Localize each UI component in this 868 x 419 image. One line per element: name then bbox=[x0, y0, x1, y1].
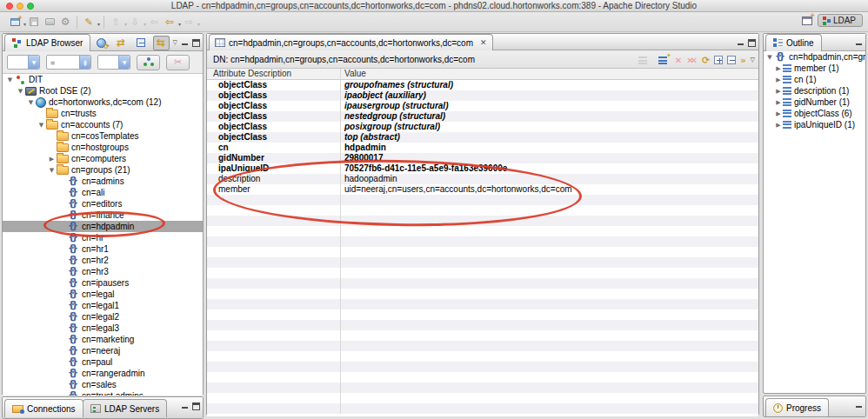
table-row[interactable]: ipaUniqueID70527fb6-d41c-11e5-a5e9-fa163… bbox=[207, 163, 758, 174]
minimize-window-button[interactable] bbox=[17, 3, 23, 10]
expanded-arrow-icon[interactable]: ▼ bbox=[5, 76, 15, 83]
collapsed-arrow-icon[interactable]: ▶ bbox=[774, 88, 783, 95]
column-divider[interactable] bbox=[340, 69, 341, 414]
collapsed-arrow-icon[interactable]: ▶ bbox=[774, 122, 783, 129]
delete-all-values-icon[interactable]: ✕✕ bbox=[686, 56, 698, 65]
tree-item-cn-ali[interactable]: cn=ali bbox=[3, 187, 203, 198]
tree-item-dc-hortonworks[interactable]: ▼dc=hortonworks,dc=com (12) bbox=[3, 96, 203, 108]
quick-search-button[interactable]: ✂ bbox=[166, 55, 190, 70]
hierarchy-view-button[interactable] bbox=[137, 55, 160, 70]
expanded-arrow-icon[interactable]: ▼ bbox=[765, 54, 774, 61]
outline-item-cn[interactable]: ▶cn (1) bbox=[764, 74, 865, 85]
table-row[interactable]: gidNumber29800017 bbox=[207, 153, 758, 163]
export-button[interactable]: ⇩ bbox=[128, 14, 142, 30]
table-row[interactable]: objectClassipaobject (auxiliary) bbox=[207, 90, 758, 101]
refresh-button[interactable]: ⇄ bbox=[113, 36, 130, 50]
back-dropdown-icon[interactable]: ▾ bbox=[178, 21, 181, 27]
collapsed-arrow-icon[interactable]: ▶ bbox=[47, 156, 57, 163]
rename-button[interactable]: ✎ bbox=[82, 14, 96, 30]
view-menu-icon[interactable]: ▽ bbox=[173, 39, 177, 46]
table-row[interactable]: objectClassnestedgroup (structural) bbox=[207, 111, 758, 122]
editor-menu-icon[interactable]: ▽ bbox=[751, 57, 755, 63]
tab-ldap-servers[interactable]: LDAP Servers bbox=[83, 399, 167, 417]
tab-progress[interactable]: Progress bbox=[765, 398, 829, 416]
table-row[interactable]: objectClassipausergroup (structural) bbox=[207, 101, 758, 111]
tree-item-cn-hostgroups[interactable]: cn=hostgroups bbox=[3, 142, 203, 153]
tree-item-cn-hr2[interactable]: cn=hr2 bbox=[3, 255, 203, 266]
close-icon[interactable]: ✕ bbox=[480, 38, 487, 47]
tree-item-cn-marketing[interactable]: cn=marketing bbox=[3, 334, 203, 345]
expanded-arrow-icon[interactable]: ▼ bbox=[37, 122, 46, 129]
tree-item-cn-legal3[interactable]: cn=legal3 bbox=[3, 323, 203, 334]
tree-item-cn-accounts[interactable]: ▼cn=accounts (7) bbox=[3, 119, 203, 130]
column-attribute-description[interactable]: Attribute Description bbox=[207, 69, 340, 79]
new-entry-button[interactable] bbox=[8, 14, 22, 30]
fetch-operational-attributes-icon[interactable]: » bbox=[740, 56, 745, 65]
rename-dropdown-icon[interactable]: ▾ bbox=[97, 21, 100, 27]
reload-entry-icon[interactable]: ⟳ bbox=[702, 55, 710, 66]
tree-item-cn-legal[interactable]: cn=legal bbox=[3, 289, 203, 300]
tab-entry-editor[interactable]: cn=hdpadmin,cn=groups,cn=accounts,dc=hor… bbox=[209, 34, 493, 50]
open-perspective-icon[interactable] bbox=[802, 17, 812, 25]
collapsed-arrow-icon[interactable]: ▶ bbox=[774, 99, 783, 106]
import-button[interactable]: ⇧ bbox=[109, 14, 123, 30]
minimize-view-icon[interactable] bbox=[181, 402, 189, 410]
collapse-all-button[interactable] bbox=[133, 36, 150, 50]
tree-item-cn-finance[interactable]: cn=finance bbox=[3, 210, 203, 221]
minimize-view-icon[interactable] bbox=[181, 39, 189, 47]
table-row[interactable]: objectClassposixgroup (structural) bbox=[207, 122, 758, 132]
collapsed-arrow-icon[interactable]: ▶ bbox=[774, 65, 783, 72]
collapse-all-icon[interactable] bbox=[727, 56, 736, 64]
settings-button[interactable]: ⚙ bbox=[58, 14, 72, 30]
collapsed-arrow-icon[interactable]: ▶ bbox=[774, 76, 783, 83]
tree-item-cn-ipausers[interactable]: cn=ipausers bbox=[3, 277, 203, 289]
tab-outline[interactable]: Outline bbox=[765, 34, 822, 51]
tree-item-cn-sales[interactable]: cn=sales bbox=[3, 379, 203, 390]
maximize-view-icon[interactable] bbox=[192, 402, 200, 410]
tree-item-cn-hr1[interactable]: cn=hr1 bbox=[3, 243, 203, 255]
delete-value-icon[interactable]: ✕ bbox=[675, 56, 682, 65]
tree-item-cn-hr[interactable]: cn=hr bbox=[3, 232, 203, 243]
tree-item-cn-rangeradmin[interactable]: cn=rangeradmin bbox=[3, 368, 203, 379]
outline-item-ipauniqueid[interactable]: ▶ipaUniqueID (1) bbox=[764, 119, 865, 130]
filter-value-combo[interactable]: ▼ bbox=[97, 55, 130, 70]
tree-item-cn-legal2[interactable]: cn=legal2 bbox=[3, 311, 203, 323]
minimize-view-icon[interactable] bbox=[855, 402, 863, 409]
save-button[interactable] bbox=[27, 14, 41, 30]
outline-item-objectclass[interactable]: ▶objectClass (6) bbox=[764, 108, 865, 119]
table-row[interactable]: descriptionhadoopadmin bbox=[207, 174, 758, 184]
filter-operator-combo[interactable]: = ▲▼ bbox=[46, 55, 91, 70]
filter-attribute-combo[interactable]: ▼ bbox=[7, 55, 40, 70]
close-window-button[interactable] bbox=[6, 3, 13, 10]
tree-item-cn-computers[interactable]: ▶cn=computers bbox=[3, 153, 203, 164]
zoom-window-button[interactable] bbox=[27, 3, 34, 10]
tree-item-root-dse[interactable]: ▼Root DSE (2) bbox=[3, 85, 203, 96]
tree-item-dit[interactable]: ▼DIT bbox=[3, 74, 203, 85]
ldap-perspective-button[interactable]: LDAP bbox=[818, 14, 863, 27]
print-button[interactable] bbox=[43, 14, 57, 30]
back-button[interactable]: ⇦ bbox=[163, 14, 177, 30]
tree-item-cn-paul[interactable]: cn=paul bbox=[3, 356, 203, 368]
collapsed-arrow-icon[interactable]: ▶ bbox=[774, 110, 783, 117]
table-row[interactable]: objectClassgroupofnames (structural) bbox=[207, 80, 758, 90]
link-with-editor-button[interactable]: ⇆ bbox=[153, 36, 170, 50]
table-row[interactable]: objectClasstop (abstract) bbox=[207, 132, 758, 143]
tree-item-cn-admins[interactable]: cn=admins bbox=[3, 176, 203, 187]
expand-all-icon[interactable] bbox=[714, 56, 723, 64]
tree-item-cn-groups[interactable]: ▼cn=groups (21) bbox=[3, 164, 203, 176]
expanded-arrow-icon[interactable]: ▼ bbox=[26, 99, 36, 106]
outline-root[interactable]: ▼cn=hdpadmin,cn=gro bbox=[764, 51, 865, 63]
tree-item-cn-trusts[interactable]: cn=trusts bbox=[3, 108, 203, 119]
table-row[interactable]: cnhdpadmin bbox=[207, 143, 758, 153]
minimize-view-icon[interactable] bbox=[855, 39, 863, 47]
maximize-view-icon[interactable] bbox=[192, 39, 200, 47]
new-dropdown-icon[interactable]: ▾ bbox=[23, 21, 26, 27]
tree-item-cn-neeraj[interactable]: cn=neeraj bbox=[3, 345, 203, 356]
tree-item-cn-trust-admins[interactable]: cn=trust admins bbox=[3, 390, 203, 396]
tree-item-cn-hr3[interactable]: cn=hr3 bbox=[3, 266, 203, 277]
tree-item-cn-editors[interactable]: cn=editors bbox=[3, 198, 203, 210]
outline-item-gidnumber[interactable]: ▶gidNumber (1) bbox=[764, 96, 865, 108]
outline-item-description[interactable]: ▶description (1) bbox=[764, 85, 865, 96]
column-value[interactable]: Value bbox=[340, 69, 758, 79]
tab-ldap-browser[interactable]: LDAP Browser bbox=[4, 34, 90, 51]
